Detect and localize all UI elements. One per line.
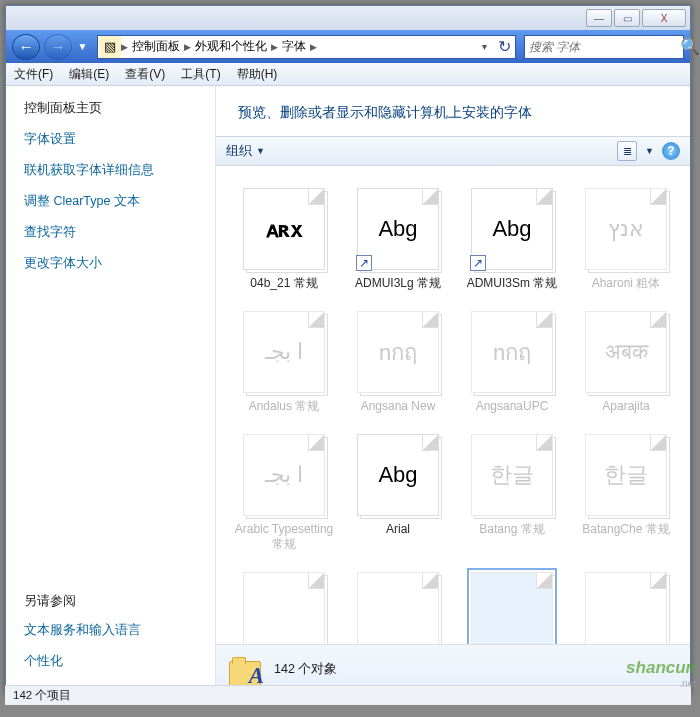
font-name: Arial (386, 522, 410, 537)
font-name: Andalus 常规 (249, 399, 320, 414)
font-thumbnail: 한글 (585, 434, 667, 516)
font-item[interactable]: ا بجـAndalus 常规 (230, 311, 338, 414)
font-name: Arabic Typesetting 常规 (234, 522, 334, 552)
font-item[interactable]: 한글Batang 常规 (458, 434, 566, 552)
font-name: AngsanaUPC (476, 399, 549, 414)
page-title: 预览、删除或者显示和隐藏计算机上安装的字体 (216, 86, 690, 136)
font-item[interactable]: Abg↗ADMUI3Lg 常规 (344, 188, 452, 291)
font-item[interactable] (458, 572, 566, 644)
font-thumbnail: Abg↗ (357, 188, 439, 270)
font-item[interactable]: AbgArial (344, 434, 452, 552)
font-thumbnail (471, 572, 553, 644)
chevron-right-icon[interactable]: ▶ (271, 42, 278, 52)
font-item[interactable]: nกฤAngsanaUPC (458, 311, 566, 414)
chevron-right-icon[interactable]: ▶ (310, 42, 317, 52)
menu-help[interactable]: 帮助(H) (237, 66, 278, 83)
search-box[interactable]: 🔍 (524, 35, 684, 59)
font-thumbnail: Abg (357, 434, 439, 516)
font-item[interactable]: Abg↗ADMUI3Sm 常规 (458, 188, 566, 291)
menu-bar: 文件(F) 编辑(E) 查看(V) 工具(T) 帮助(H) (6, 63, 690, 86)
details-count: 142 个对象 (274, 661, 337, 678)
font-thumbnail: אנץ (585, 188, 667, 270)
minimize-button[interactable]: — (586, 9, 612, 27)
font-name: Aparajita (602, 399, 649, 414)
font-thumbnail: nกฤ (357, 311, 439, 393)
controlpanel-icon: ▧ (99, 36, 121, 58)
font-item[interactable]: ᴀʀx04b_21 常规 (230, 188, 338, 291)
sidebar-item-personalization[interactable]: 个性化 (24, 653, 215, 670)
help-icon[interactable]: ? (662, 142, 680, 160)
font-thumbnail: ᴀʀx (243, 188, 325, 270)
font-name: ADMUI3Sm 常规 (467, 276, 558, 291)
shortcut-overlay-icon: ↗ (470, 255, 486, 271)
chevron-right-icon[interactable]: ▶ (184, 42, 191, 52)
font-item[interactable]: 한글BatangChe 常规 (572, 434, 680, 552)
status-text: 142 个项目 (13, 688, 71, 703)
see-also-heading: 另请参阅 (24, 593, 215, 610)
font-item[interactable]: nกฤAngsana New (344, 311, 452, 414)
sidebar: 控制面板主页 字体设置 联机获取字体详细信息 调整 ClearType 文本 查… (6, 86, 216, 694)
view-options-button[interactable]: ≣ (617, 141, 637, 161)
font-name: 04b_21 常规 (250, 276, 317, 291)
font-thumbnail: nกฤ (471, 311, 553, 393)
font-item[interactable] (230, 572, 338, 644)
breadcrumb[interactable]: 字体 (278, 38, 310, 55)
chevron-right-icon[interactable]: ▶ (121, 42, 128, 52)
nav-toolbar: ← → ▼ ▧ ▶ 控制面板 ▶ 外观和个性化 ▶ 字体 ▶ ▾ ↻ 🔍 (6, 30, 690, 63)
body: 控制面板主页 字体设置 联机获取字体详细信息 调整 ClearType 文本 查… (6, 86, 690, 694)
sidebar-item-text-services[interactable]: 文本服务和输入语言 (24, 622, 215, 639)
sidebar-item-cleartype[interactable]: 调整 ClearType 文本 (24, 193, 215, 210)
font-list[interactable]: ᴀʀx04b_21 常规Abg↗ADMUI3Lg 常规Abg↗ADMUI3Sm … (216, 166, 690, 644)
refresh-button[interactable]: ↻ (493, 37, 515, 56)
font-name: ADMUI3Lg 常规 (355, 276, 441, 291)
menu-tools[interactable]: 工具(T) (181, 66, 220, 83)
font-item[interactable]: अबकAparajita (572, 311, 680, 414)
back-button[interactable]: ← (12, 34, 40, 60)
chevron-down-icon[interactable]: ▼ (645, 146, 654, 156)
close-button[interactable]: X (642, 9, 686, 27)
sidebar-item-find-char[interactable]: 查找字符 (24, 224, 215, 241)
status-bar: 142 个项目 (5, 685, 691, 705)
font-thumbnail: 한글 (471, 434, 553, 516)
sidebar-item-font-size[interactable]: 更改字体大小 (24, 255, 215, 272)
organize-label: 组织 (226, 143, 252, 160)
address-dropdown[interactable]: ▾ (475, 41, 493, 52)
font-thumbnail (357, 572, 439, 644)
explorer-window: — ▭ X ← → ▼ ▧ ▶ 控制面板 ▶ 外观和个性化 ▶ 字体 ▶ ▾ ↻… (5, 5, 691, 695)
menu-file[interactable]: 文件(F) (14, 66, 53, 83)
organize-button[interactable]: 组织 ▼ (226, 143, 265, 160)
font-thumbnail: ا بجـ (243, 434, 325, 516)
shortcut-overlay-icon: ↗ (356, 255, 372, 271)
font-thumbnail: Abg↗ (471, 188, 553, 270)
fonts-folder-icon: A (228, 653, 262, 687)
search-input[interactable] (529, 40, 680, 54)
sidebar-item-font-settings[interactable]: 字体设置 (24, 131, 215, 148)
font-name: Batang 常规 (479, 522, 544, 537)
font-name: Aharoni 粗体 (592, 276, 661, 291)
font-thumbnail: अबक (585, 311, 667, 393)
font-item[interactable] (572, 572, 680, 644)
font-item[interactable]: ا بجـArabic Typesetting 常规 (230, 434, 338, 552)
watermark: shancun.net (626, 658, 696, 689)
maximize-button[interactable]: ▭ (614, 9, 640, 27)
search-icon[interactable]: 🔍 (680, 37, 700, 56)
main-pane: 预览、删除或者显示和隐藏计算机上安装的字体 组织 ▼ ≣ ▼ ? ᴀʀx04b_… (216, 86, 690, 694)
titlebar[interactable]: — ▭ X (6, 6, 690, 30)
chevron-down-icon: ▼ (256, 146, 265, 156)
address-bar[interactable]: ▧ ▶ 控制面板 ▶ 外观和个性化 ▶ 字体 ▶ ▾ ↻ (97, 35, 516, 59)
command-bar: 组织 ▼ ≣ ▼ ? (216, 136, 690, 166)
sidebar-item-online-font-info[interactable]: 联机获取字体详细信息 (24, 162, 215, 179)
menu-view[interactable]: 查看(V) (125, 66, 165, 83)
nav-history-dropdown[interactable]: ▼ (76, 41, 89, 52)
breadcrumb[interactable]: 外观和个性化 (191, 38, 271, 55)
forward-button[interactable]: → (44, 34, 72, 60)
sidebar-home[interactable]: 控制面板主页 (24, 100, 215, 117)
font-thumbnail: ا بجـ (243, 311, 325, 393)
font-item[interactable] (344, 572, 452, 644)
font-thumbnail (585, 572, 667, 644)
font-item[interactable]: אנץAharoni 粗体 (572, 188, 680, 291)
menu-edit[interactable]: 编辑(E) (69, 66, 109, 83)
breadcrumb[interactable]: 控制面板 (128, 38, 184, 55)
font-thumbnail (243, 572, 325, 644)
font-name: Angsana New (361, 399, 436, 414)
